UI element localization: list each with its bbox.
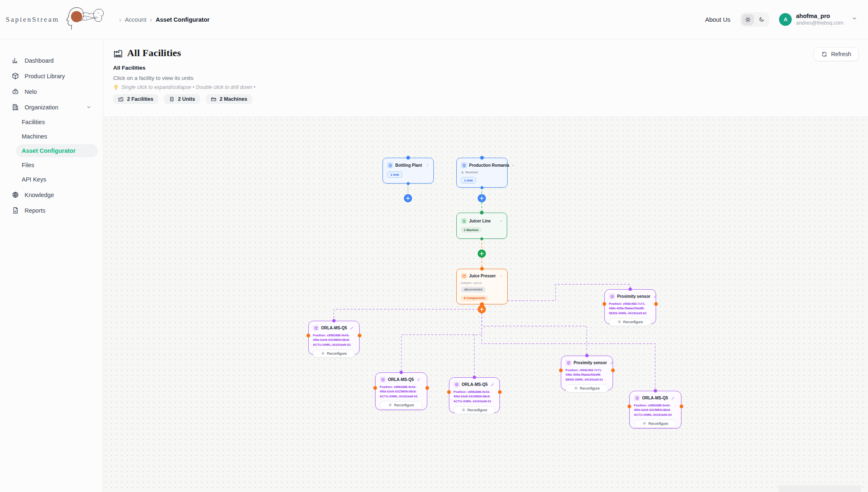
dark-mode-button[interactable] — [755, 14, 768, 25]
cube-icon — [634, 395, 640, 401]
stat-label: 2 Units — [178, 96, 195, 102]
refresh-icon — [821, 51, 827, 57]
refresh-label: Refresh — [831, 51, 851, 57]
component-position: Position: e508c983-7c71-498e-935a-f5aba2… — [609, 302, 652, 315]
stat-badge: 2 Machines — [206, 94, 252, 104]
breadcrumb: › Account › Asset Configurator — [119, 16, 210, 23]
gear-icon — [462, 408, 465, 412]
chevron-down-icon[interactable] — [852, 16, 857, 23]
sidebar-item-organization[interactable]: Organization — [5, 100, 98, 114]
sidebar-submenu: FacilitiesMachinesAsset ConfiguratorFile… — [16, 116, 98, 186]
node-comp-actu-04[interactable]: ORLA-MS-Q5Position: c8562886-9e43-4f0d-b… — [629, 391, 681, 429]
chevron-down-icon[interactable] — [499, 219, 503, 223]
reconfigure-button[interactable]: Reconfigure — [380, 401, 423, 409]
about-us-link[interactable]: About Us — [705, 16, 731, 23]
logo[interactable]: SapienStream — [6, 3, 112, 36]
knowledge-icon — [11, 191, 19, 199]
reconfigure-button[interactable]: Reconfigure — [609, 318, 652, 326]
flow-canvas[interactable]: Bottling Plant1 UnitProduction RomaniaMu… — [103, 117, 868, 492]
moon-icon — [759, 16, 765, 23]
sidebar-item-api-keys[interactable]: API Keys — [16, 173, 98, 186]
gear-icon — [321, 351, 325, 355]
edit-icon[interactable] — [417, 378, 421, 381]
node-comp-actu-02[interactable]: ORLA-MS-Q5Position: c8562886-9e43-4f0d-b… — [308, 321, 360, 355]
sidebar-item-dashboard[interactable]: Dashboard — [5, 53, 98, 68]
node-juice-presser[interactable]: Juice PresserAdapter: opcuadisconnected6… — [456, 269, 508, 304]
node-adapter: Adapter: opcua — [461, 281, 503, 285]
sidebar-item-product-library[interactable]: Product Library — [5, 69, 98, 83]
node-juicer-line[interactable]: Juicer Line1 Machine — [456, 213, 507, 239]
reconfigure-button[interactable]: Reconfigure — [634, 419, 677, 428]
reconfigure-button[interactable]: Reconfigure — [453, 406, 495, 414]
sidebar-item-machines[interactable]: Machines — [16, 130, 98, 143]
pin-icon — [461, 171, 464, 174]
node-comp-sens-02[interactable]: Proximity sensorPosition: e508c983-7c71-… — [604, 289, 656, 324]
user-email: andres@thebsq.com — [796, 20, 843, 26]
chevron-right-icon[interactable] — [426, 163, 429, 167]
building-icon — [461, 162, 467, 168]
sidebar-item-label: Knowledge — [25, 192, 54, 198]
light-mode-button[interactable] — [742, 14, 754, 25]
node-production-romania[interactable]: Production RomaniaMunchen1 Unit — [456, 158, 508, 188]
edit-icon[interactable] — [654, 295, 657, 298]
chevron-down-icon[interactable] — [511, 163, 515, 167]
sidebar-item-facilities[interactable]: Facilities — [16, 116, 98, 129]
edit-icon[interactable] — [671, 396, 675, 400]
edge — [401, 309, 482, 372]
page-title: All Facilities — [127, 48, 181, 59]
chevron-down-icon[interactable] — [86, 104, 91, 110]
node-title: ORLA-MS-Q5 — [321, 326, 347, 330]
sidebar: DashboardProduct LibraryNeloOrganization… — [0, 39, 103, 492]
chevron-down-icon[interactable] — [499, 274, 503, 278]
breadcrumb-account[interactable]: Account — [125, 16, 146, 23]
factory-icon — [118, 96, 124, 102]
count-badge: 6 Components — [461, 295, 488, 301]
cube-icon — [609, 293, 615, 299]
avatar: A — [779, 13, 792, 26]
logo-illustration — [63, 3, 112, 36]
product-library-icon — [11, 72, 19, 80]
node-comp-actu-01[interactable]: ORLA-MS-Q5Position: c8562886-9e43-4f0d-b… — [449, 377, 500, 413]
bulb-icon — [113, 84, 119, 90]
sidebar-item-label: Organization — [25, 104, 58, 111]
cube-icon — [313, 325, 319, 331]
edit-icon[interactable] — [491, 383, 494, 386]
edit-icon[interactable] — [350, 326, 354, 330]
cube-icon — [453, 381, 460, 388]
refresh-button[interactable]: Refresh — [814, 47, 859, 61]
sidebar-item-reports[interactable]: Reports — [5, 203, 98, 218]
sidebar-item-label: Nelo — [25, 88, 37, 95]
sun-icon — [745, 16, 751, 23]
sidebar-item-nelo[interactable]: Nelo — [5, 84, 98, 99]
cube-icon — [380, 376, 386, 383]
count-badge: 1 Unit — [461, 177, 476, 184]
crate-icon — [461, 273, 467, 279]
reconfigure-button[interactable]: Reconfigure — [565, 384, 608, 392]
component-position: Position: c8562886-9e43-4f0d-b3e6-031566… — [634, 403, 677, 417]
breadcrumb-chevron-icon: › — [119, 16, 121, 23]
edit-icon[interactable] — [610, 361, 614, 365]
reconfigure-button[interactable]: Reconfigure — [313, 349, 355, 358]
gear-icon — [388, 403, 392, 407]
sidebar-item-files[interactable]: Files — [16, 159, 98, 172]
count-badge: 1 Unit — [387, 171, 402, 178]
top-header: SapienStream › Account › Asset Configura… — [0, 0, 868, 39]
node-comp-sens-01[interactable]: Proximity sensorPosition: e508c983-7c71-… — [561, 356, 613, 390]
user-menu[interactable]: A ahofma_pro andres@thebsq.com — [779, 13, 857, 26]
usage-tip: Single click to expand/collapse • Double… — [113, 84, 858, 90]
organization-icon — [11, 103, 19, 111]
edge — [334, 309, 482, 321]
component-position: Position: c8562886-9e43-4f0d-b3e6-031566… — [313, 333, 355, 347]
sidebar-item-knowledge[interactable]: Knowledge — [5, 188, 98, 202]
gear-icon — [617, 320, 621, 324]
node-comp-actu-03[interactable]: ORLA-MS-Q5Position: c8562886-9e43-4f0d-b… — [375, 372, 427, 410]
dashboard-icon — [11, 57, 19, 64]
component-position: Position: e508c983-7c71-498e-935a-f5aba2… — [565, 368, 608, 382]
node-title: ORLA-MS-Q5 — [388, 377, 414, 382]
gear-icon — [574, 386, 578, 390]
breadcrumb-chevron-icon: › — [150, 16, 152, 23]
theme-toggle — [740, 12, 769, 27]
sidebar-item-asset-configurator[interactable]: Asset Configurator — [16, 144, 98, 157]
section-subtitle: All Facilities — [113, 65, 858, 71]
node-bottling-plant[interactable]: Bottling Plant1 Unit — [383, 158, 434, 184]
